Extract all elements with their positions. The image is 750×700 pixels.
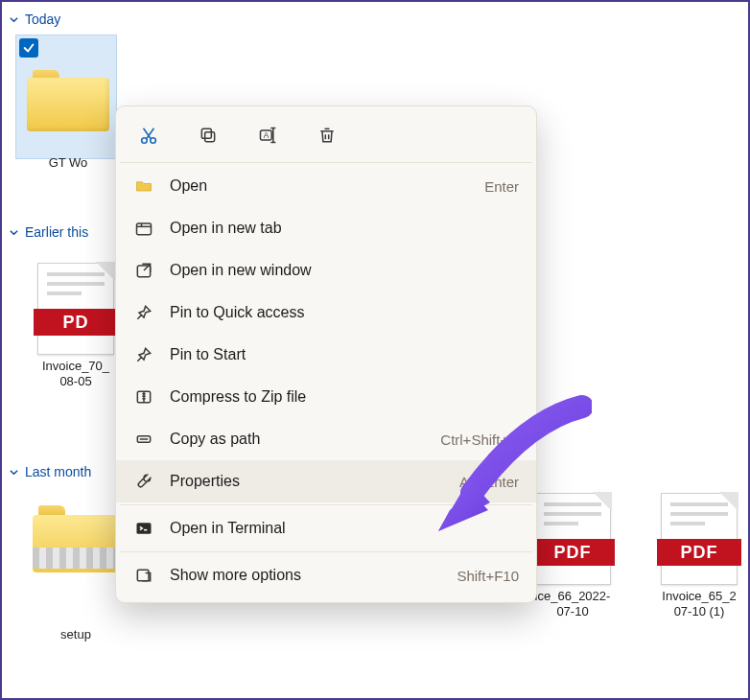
svg-rect-10 <box>137 523 152 534</box>
svg-point-0 <box>142 138 148 144</box>
file-explorer-area: Today GT Wo Earlier this PD Invoice_70_ … <box>2 2 748 698</box>
wrench-icon <box>133 471 154 492</box>
tab-icon <box>133 218 154 239</box>
svg-rect-11 <box>137 570 149 581</box>
zip-icon <box>133 386 154 408</box>
delete-icon[interactable] <box>314 122 340 149</box>
folder-open-icon <box>133 175 154 197</box>
file-label: GT Wo <box>15 155 121 171</box>
item-checkbox[interactable] <box>19 38 38 58</box>
external-window-icon <box>133 260 154 281</box>
group-header-last-month[interactable]: Last month <box>4 460 99 483</box>
pin-icon <box>133 344 154 365</box>
menu-item-pin-start[interactable]: Pin to Start <box>116 334 536 376</box>
zip-folder-icon <box>30 493 122 585</box>
menu-separator <box>120 162 532 163</box>
menu-item-open-new-tab[interactable]: Open in new tab <box>116 207 536 249</box>
copy-icon[interactable] <box>195 122 222 149</box>
menu-item-open-new-window[interactable]: Open in new window <box>116 249 536 292</box>
svg-rect-7 <box>137 266 150 277</box>
menu-item-open[interactable]: Open Enter <box>116 165 536 207</box>
context-menu: A Open Enter Open in new tab Ope <box>115 105 537 603</box>
folder-icon <box>22 52 114 144</box>
copy-path-icon <box>133 429 154 450</box>
pdf-icon: PD <box>30 263 122 355</box>
group-header-earlier-week[interactable]: Earlier this <box>4 221 96 244</box>
svg-point-1 <box>151 138 156 144</box>
group-label: Last month <box>25 464 91 479</box>
menu-item-compress-zip[interactable]: Compress to Zip file <box>116 376 536 418</box>
file-label: Invoice_65_2 07-10 (1) <box>646 589 750 620</box>
group-header-today[interactable]: Today <box>4 8 68 31</box>
chevron-down-icon <box>8 13 19 25</box>
menu-accelerator: Ctrl+Shift+C <box>440 432 519 448</box>
context-menu-toolbar: A <box>116 112 536 160</box>
menu-accelerator: Alt+Enter <box>459 474 519 490</box>
menu-accelerator: Shift+F10 <box>457 568 519 584</box>
menu-item-open-terminal[interactable]: Open in Terminal <box>116 507 536 549</box>
file-label: Invoice_70_ 08-05 <box>23 359 129 390</box>
menu-separator <box>120 504 532 505</box>
terminal-icon <box>133 518 154 539</box>
svg-rect-2 <box>205 132 215 142</box>
chevron-down-icon <box>8 466 19 478</box>
file-item-pdf[interactable]: PDF Invoice_65_2 07-10 (1) <box>646 493 750 620</box>
folder-item-selected[interactable]: GT Wo <box>15 52 121 163</box>
menu-item-properties[interactable]: Properties Alt+Enter <box>116 460 536 502</box>
pdf-icon: PDF <box>653 493 745 585</box>
file-item-zip[interactable]: setup <box>23 493 129 604</box>
svg-rect-6 <box>137 223 152 235</box>
menu-item-copy-as-path[interactable]: Copy as path Ctrl+Shift+C <box>116 418 536 460</box>
svg-text:A: A <box>264 130 270 140</box>
menu-item-show-more-options[interactable]: Show more options Shift+F10 <box>116 554 536 596</box>
svg-rect-3 <box>201 128 211 138</box>
menu-item-pin-quick-access[interactable]: Pin to Quick access <box>116 292 536 334</box>
group-label: Today <box>25 12 60 27</box>
rename-icon[interactable]: A <box>254 122 281 149</box>
file-label: setup <box>23 627 129 642</box>
menu-separator <box>120 551 532 552</box>
group-label: Earlier this <box>25 224 88 240</box>
more-options-icon <box>133 565 154 586</box>
chevron-down-icon <box>8 226 19 238</box>
cut-icon[interactable] <box>135 122 162 149</box>
pdf-icon: PDF <box>527 493 619 585</box>
pin-icon <box>133 302 154 323</box>
file-item-pdf[interactable]: PD Invoice_70_ 08-05 <box>23 263 129 390</box>
menu-accelerator: Enter <box>484 178 519 195</box>
